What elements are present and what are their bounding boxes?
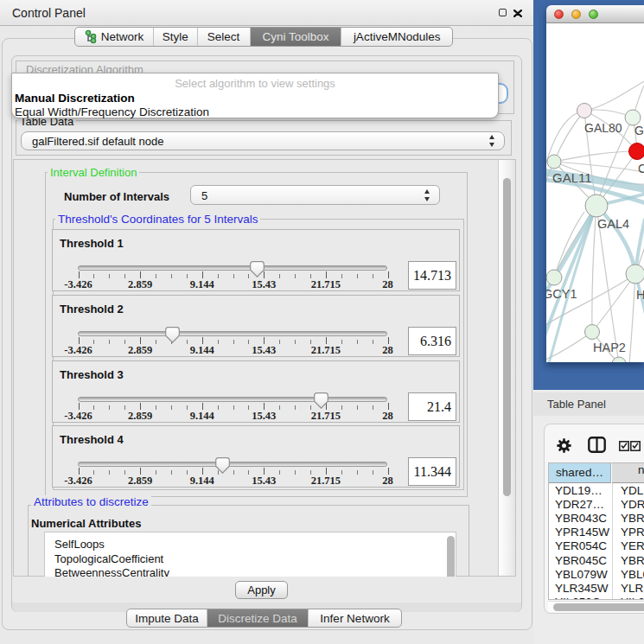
svg-text:C: C bbox=[638, 162, 644, 175]
svg-text:GAL11: GAL11 bbox=[552, 170, 592, 185]
svg-text:GCY1: GCY1 bbox=[546, 287, 577, 301]
svg-text:H: H bbox=[636, 288, 644, 302]
svg-text:HAP2: HAP2 bbox=[593, 341, 626, 354]
svg-text:GAL80: GAL80 bbox=[584, 121, 622, 135]
svg-text:GA: GA bbox=[634, 124, 644, 137]
svg-text:GAL4: GAL4 bbox=[597, 217, 629, 231]
